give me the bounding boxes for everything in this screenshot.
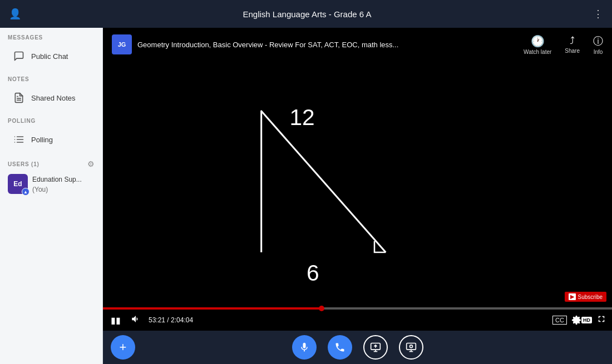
progress-fill	[103, 307, 322, 310]
yt-actions: 🕐 Watch later ⤴ Share ⓘ Info	[524, 34, 603, 55]
video-controls: ▮▮ 53:21 / 2:04:04 CC HD	[103, 307, 612, 331]
present-button[interactable]	[399, 335, 423, 360]
share-icon: ⤴	[570, 35, 575, 47]
info-label: Info	[594, 49, 603, 55]
users-section-label: USERS (1)	[8, 161, 40, 167]
info-icon: ⓘ	[593, 34, 603, 48]
svg-point-17	[409, 345, 412, 348]
user-display-name: Edunation Sup...	[32, 176, 82, 183]
polling-label: Polling	[31, 136, 53, 144]
main-area: MESSAGES Public Chat NOTES Shared	[0, 28, 612, 364]
notes-icon	[11, 90, 27, 106]
messages-section-label: MESSAGES	[0, 28, 102, 43]
yt-header: JG Geometry Introduction, Basic Overview…	[103, 28, 612, 61]
right-controls: CC HD	[552, 314, 606, 327]
video-title: Geometry Introduction, Basic Overview - …	[137, 41, 515, 49]
info-button[interactable]: ⓘ Info	[593, 34, 603, 55]
public-chat-label: Public Chat	[31, 52, 68, 61]
top-bar-left: 👤	[9, 8, 21, 20]
video-canvas: 12 6 ▶ Subscribe	[103, 28, 612, 307]
video-time: 53:21 / 2:04:04	[149, 316, 193, 324]
svg-text:6: 6	[307, 260, 319, 286]
screen-share-button[interactable]	[363, 335, 388, 360]
watch-later-label: Watch later	[524, 49, 551, 55]
chat-icon	[11, 48, 27, 64]
page-title: English Language Arts - Grade 6 A	[243, 9, 372, 19]
mic-button[interactable]	[292, 335, 317, 360]
pause-button[interactable]: ▮▮	[108, 314, 123, 327]
hd-badge: HD	[581, 317, 592, 323]
avatar: Ed ▲	[8, 174, 28, 194]
notes-section-label: NOTES	[0, 69, 102, 84]
watch-later-button[interactable]: 🕐 Watch later	[524, 34, 551, 55]
more-options-icon[interactable]: ⋮	[593, 8, 603, 20]
hd-button[interactable]: HD	[571, 315, 592, 325]
phone-button[interactable]	[328, 335, 352, 360]
svg-rect-14	[406, 343, 416, 350]
subscribe-label: Subscribe	[578, 294, 603, 300]
shared-notes-label: Shared Notes	[31, 94, 76, 102]
controls-row: ▮▮ 53:21 / 2:04:04 CC HD	[103, 310, 612, 331]
progress-bar[interactable]	[103, 307, 612, 310]
svg-text:12: 12	[290, 104, 315, 130]
user-icon[interactable]: 👤	[9, 8, 21, 20]
user-you-tag: (You)	[32, 186, 48, 193]
content-area: JG Geometry Introduction, Basic Overview…	[103, 28, 612, 364]
sidebar-item-public-chat[interactable]: Public Chat	[3, 44, 99, 68]
clock-icon: 🕐	[531, 34, 545, 48]
bottom-bar: +	[103, 331, 612, 364]
sidebar-item-shared-notes[interactable]: Shared Notes	[3, 86, 99, 110]
top-bar-right: ⋮	[593, 8, 603, 20]
subscribe-badge[interactable]: ▶ Subscribe	[565, 292, 606, 302]
yt-thumb: JG	[112, 34, 132, 54]
progress-thumb[interactable]	[319, 306, 324, 311]
cc-button[interactable]: CC	[552, 316, 567, 325]
user-name-container: Edunation Sup... (You)	[32, 174, 95, 194]
polling-section-label: POLLING	[0, 111, 102, 126]
top-bar: 👤 English Language Arts - Grade 6 A ⋮	[0, 0, 612, 28]
polling-icon	[11, 132, 27, 147]
avatar-badge: ▲	[22, 188, 29, 196]
user-list-item[interactable]: Ed ▲ Edunation Sup... (You)	[0, 171, 102, 197]
sidebar-item-polling[interactable]: Polling	[3, 127, 99, 152]
add-button[interactable]: +	[111, 335, 135, 360]
share-label: Share	[565, 48, 580, 54]
users-section-header: USERS (1) ⚙	[0, 153, 102, 171]
fullscreen-button[interactable]	[596, 314, 606, 327]
sidebar: MESSAGES Public Chat NOTES Shared	[0, 28, 103, 364]
volume-button[interactable]	[129, 313, 143, 327]
share-button[interactable]: ⤴ Share	[565, 35, 580, 54]
video-container: JG Geometry Introduction, Basic Overview…	[103, 28, 612, 331]
gear-icon[interactable]: ⚙	[87, 159, 95, 168]
